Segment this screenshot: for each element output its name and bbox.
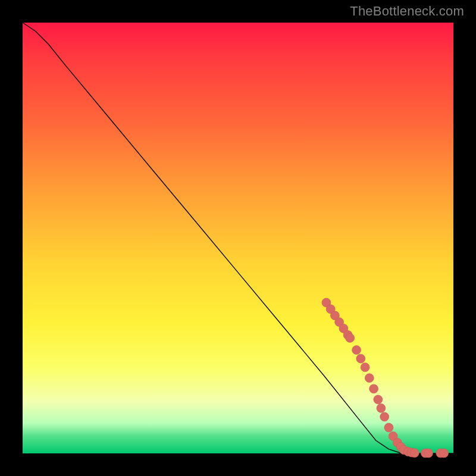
bottleneck-curve	[23, 23, 453, 453]
data-point	[424, 449, 433, 458]
data-point	[356, 354, 365, 363]
data-point	[361, 363, 369, 372]
data-point	[346, 334, 355, 343]
data-point	[352, 346, 361, 355]
chart-frame: TheBottleneck.com	[0, 0, 476, 476]
data-point	[374, 395, 383, 404]
data-point	[384, 423, 393, 432]
data-point	[369, 384, 378, 393]
data-point	[410, 449, 419, 458]
data-point	[377, 404, 386, 413]
data-point	[440, 449, 449, 458]
data-point	[365, 374, 374, 383]
data-markers	[322, 298, 449, 458]
chart-overlay	[23, 23, 453, 453]
data-point	[380, 412, 389, 421]
watermark-text: TheBottleneck.com	[350, 4, 464, 19]
